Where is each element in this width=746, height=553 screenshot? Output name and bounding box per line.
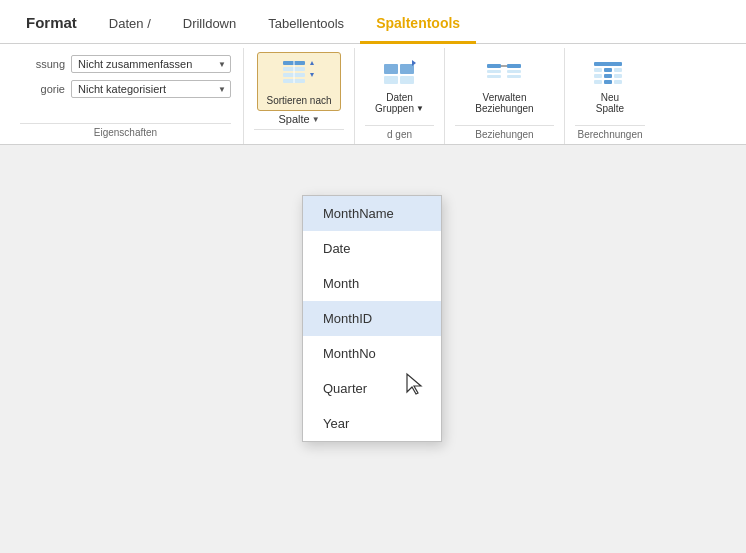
svg-rect-8 [400,64,414,74]
sortieren-button[interactable]: Sortieren nach [257,52,340,111]
kategorie-label: gorie [20,83,65,95]
kategorie-select-wrapper: Nicht kategorisiert [71,79,231,98]
svg-rect-16 [507,64,521,68]
dropdown-item-year[interactable]: Year [303,406,441,441]
svg-rect-9 [384,76,398,84]
kategorie-select[interactable]: Nicht kategorisiert [71,80,231,98]
svg-rect-7 [384,64,398,74]
beziehungen-verwalten-label: Verwalten [483,92,527,103]
neue-spalte-icon [592,56,628,92]
svg-rect-21 [604,68,612,72]
daten-gruppen-label: Gruppen [375,103,414,114]
svg-marker-5 [310,61,314,65]
dropdown-item-monthno[interactable]: MonthNo [303,336,441,371]
svg-rect-18 [507,75,521,78]
tab-format[interactable]: Format [10,4,93,44]
sortieren-section-label [254,129,344,133]
tab-tabellentools[interactable]: Tabellentools [252,6,360,44]
daten-gruppen-button[interactable]: Daten Gruppen ▼ [367,52,432,118]
sortieren-spalte-label: Spalte [278,113,309,125]
svg-rect-10 [400,76,414,84]
sortieren-spalte-row: Spalte ▼ [278,113,319,125]
svg-rect-23 [594,74,602,78]
daten-section-label: d gen [365,125,434,140]
properties-section: ssung Nicht zusammenfassen gorie Nicht k… [8,48,244,144]
daten-gruppen-chevron: ▼ [416,104,424,113]
svg-rect-20 [594,68,602,72]
svg-rect-22 [614,68,622,72]
dropdown-item-monthid[interactable]: MonthID [303,301,441,336]
daten-section: Daten Gruppen ▼ d gen [355,48,445,144]
sortieren-label: Sortieren nach [266,95,331,106]
beziehungen-icon [486,56,522,92]
svg-rect-12 [487,64,501,68]
svg-rect-19 [594,62,622,66]
svg-rect-14 [487,75,501,78]
sortieren-section: Sortieren nach Spalte ▼ [244,48,355,144]
svg-rect-27 [604,80,612,84]
berechnungen-section-label: Berechnungen [575,125,645,140]
dropdown-item-month[interactable]: Month [303,266,441,301]
neue-spalte-neu-label: Neu [601,92,619,103]
beziehungen-button[interactable]: Verwalten Beziehungen [467,52,541,118]
messung-label: ssung [20,58,65,70]
svg-rect-13 [487,70,501,73]
sortieren-icon [281,57,317,93]
messung-select[interactable]: Nicht zusammenfassen [71,55,231,73]
tab-drilldown[interactable]: Drilldown [167,6,252,44]
kategorie-row: gorie Nicht kategorisiert [20,79,231,98]
svg-rect-24 [604,74,612,78]
eigenschaften-label: Eigenschaften [20,123,231,138]
dropdown-item-monthname[interactable]: MonthName [303,196,441,231]
svg-rect-25 [614,74,622,78]
svg-rect-26 [594,80,602,84]
ribbon: Format Daten / Drilldown Tabellentools S… [0,0,746,145]
tab-bar: Format Daten / Drilldown Tabellentools S… [0,0,746,44]
svg-rect-17 [507,70,521,73]
berechnungen-section: Neu Spalte Berechnungen [565,48,655,144]
sortieren-spalte-chevron: ▼ [312,115,320,124]
beziehungen-sublabel: Beziehungen [475,103,533,114]
tab-spaltentools[interactable]: Spaltentools [360,5,476,44]
tab-daten[interactable]: Daten / [93,6,167,44]
messung-row: ssung Nicht zusammenfassen [20,54,231,73]
messung-select-wrapper: Nicht zusammenfassen [71,54,231,73]
beziehungen-section-label: Beziehungen [455,125,554,140]
daten-gruppen-icon [382,56,418,92]
dropdown-item-quarter[interactable]: Quarter [303,371,441,406]
beziehungen-section: Verwalten Beziehungen Beziehungen [445,48,565,144]
svg-marker-6 [310,73,314,77]
ribbon-toolbar: ssung Nicht zusammenfassen gorie Nicht k… [0,44,746,144]
neue-spalte-label: Spalte [596,103,624,114]
dropdown-item-date[interactable]: Date [303,231,441,266]
sort-dropdown-menu: MonthName Date Month MonthID MonthNo Qua… [302,195,442,442]
neue-spalte-button[interactable]: Neu Spalte [584,52,636,118]
daten-label: Daten [386,92,413,103]
svg-rect-28 [614,80,622,84]
